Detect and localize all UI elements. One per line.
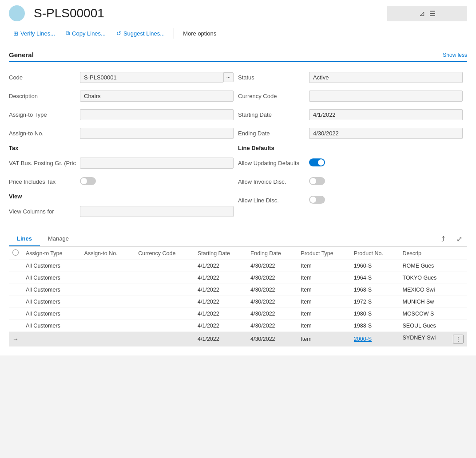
row-assign-to-no <box>81 284 135 296</box>
row-assign-to-type: All Customers <box>22 320 81 332</box>
status-input[interactable] <box>309 72 463 83</box>
verify-lines-button[interactable]: ⊞ Verify Lines... <box>9 28 60 39</box>
top-right-panel: ⊿ ☰ <box>387 6 467 21</box>
general-left-col: Code ··· Description Assign-to Type A <box>9 70 238 223</box>
view-columns-input[interactable] <box>80 206 234 217</box>
row-starting-date: 4/1/2022 <box>194 284 247 296</box>
assign-to-type-label: Assign-to Type <box>9 111 80 118</box>
more-options-button[interactable]: More options <box>178 28 221 39</box>
action-row-ending-date: 4/30/2022 <box>247 332 297 347</box>
row-currency-code <box>135 296 194 308</box>
code-ellipsis-button[interactable]: ··· <box>223 72 234 82</box>
list-icon[interactable]: ☰ <box>429 9 436 18</box>
show-less-button[interactable]: Show less <box>443 52 467 58</box>
code-input[interactable] <box>80 72 223 83</box>
row-assign-to-no <box>81 296 135 308</box>
description-row: Description <box>9 89 234 103</box>
action-row-assign-to-type <box>22 332 81 347</box>
page-title: S-PLS00001 <box>34 6 387 20</box>
general-form: Code ··· Description Assign-to Type A <box>9 70 467 223</box>
price-includes-tax-track <box>80 177 96 185</box>
row-ending-date: 4/30/2022 <box>247 284 297 296</box>
price-includes-tax-toggle-group <box>80 177 234 186</box>
kebab-button[interactable]: ⋮ <box>453 335 464 344</box>
verify-lines-label: Verify Lines... <box>20 30 55 37</box>
lines-table: Assign-to Type Assign-to No. Currency Co… <box>9 247 467 347</box>
starting-date-input[interactable] <box>309 109 463 120</box>
tab-manage[interactable]: Manage <box>40 232 77 246</box>
allow-invoice-disc-row: Allow Invoice Disc. <box>238 174 463 189</box>
action-row-starting-date: 4/1/2022 <box>194 332 247 347</box>
row-ending-date: 4/30/2022 <box>247 320 297 332</box>
row-product-no: 1980-S <box>350 308 399 320</box>
allow-invoice-disc-track <box>309 177 325 185</box>
top-bar: S-PLS00001 ⊿ ☰ <box>0 0 476 25</box>
allow-invoice-disc-thumb <box>310 178 316 184</box>
row-assign-to-no <box>81 260 135 272</box>
tab-lines[interactable]: Lines <box>9 232 40 246</box>
table-row: All Customers 4/1/2022 4/30/2022 Item 19… <box>9 260 467 272</box>
allow-line-disc-toggle[interactable] <box>309 196 325 204</box>
product-no-link[interactable]: 2000-S <box>354 336 372 342</box>
allow-invoice-disc-toggle[interactable] <box>309 177 325 185</box>
row-product-type: Item <box>297 272 350 284</box>
copy-lines-button[interactable]: ⧉ Copy Lines... <box>61 28 110 39</box>
row-selector-cell <box>9 272 22 284</box>
vat-row: VAT Bus. Posting Gr. (Pric <box>9 156 234 170</box>
verify-lines-icon: ⊞ <box>13 30 18 37</box>
assign-to-no-label: Assign-to No. <box>9 130 80 137</box>
row-assign-to-type: All Customers <box>22 308 81 320</box>
ending-date-input[interactable] <box>309 128 463 139</box>
suggest-lines-button[interactable]: ↺ Suggest Lines... <box>112 28 169 39</box>
starting-date-field-group <box>309 109 463 120</box>
allow-updating-defaults-thumb <box>318 159 324 166</box>
row-currency-code <box>135 308 194 320</box>
row-product-type: Item <box>297 296 350 308</box>
avatar <box>9 5 25 21</box>
row-assign-to-type: All Customers <box>22 296 81 308</box>
row-currency-code <box>135 272 194 284</box>
allow-updating-defaults-toggle[interactable] <box>309 158 325 166</box>
starting-date-label: Starting Date <box>238 111 309 118</box>
row-selector-cell <box>9 320 22 332</box>
share-icon[interactable]: ⤴ <box>437 233 449 245</box>
row-starting-date: 4/1/2022 <box>194 308 247 320</box>
vat-label: VAT Bus. Posting Gr. (Pric <box>9 160 80 166</box>
description-input[interactable] <box>80 91 234 102</box>
assign-to-type-input[interactable] <box>80 109 234 120</box>
expand-icon[interactable]: ⤢ <box>453 233 465 245</box>
row-description: SEOUL Gues <box>399 320 467 332</box>
status-row: Status <box>238 70 463 84</box>
currency-code-input[interactable] <box>309 91 463 102</box>
assign-to-no-field-group <box>80 128 234 139</box>
filter-icon[interactable]: ⊿ <box>419 9 425 18</box>
header-radio <box>12 249 19 256</box>
vat-input[interactable] <box>80 158 234 169</box>
suggest-lines-icon: ↺ <box>116 30 121 37</box>
lines-table-header: Assign-to Type Assign-to No. Currency Co… <box>9 247 467 260</box>
table-row: → 4/1/2022 4/30/2022 Item 2000-S SYDNEY … <box>9 332 467 347</box>
status-label: Status <box>238 74 309 81</box>
table-row: All Customers 4/1/2022 4/30/2022 Item 19… <box>9 320 467 332</box>
general-section-header: General Show less <box>9 51 467 62</box>
row-product-type: Item <box>297 308 350 320</box>
allow-updating-defaults-label: Allow Updating Defaults <box>238 160 309 166</box>
assign-to-no-input[interactable] <box>80 128 234 139</box>
price-includes-tax-toggle[interactable] <box>80 177 96 185</box>
col-description: Descrip <box>399 247 467 260</box>
assign-to-no-row: Assign-to No. <box>9 126 234 140</box>
row-product-no: 1964-S <box>350 272 399 284</box>
row-ending-date: 4/30/2022 <box>247 308 297 320</box>
allow-updating-defaults-track <box>309 158 325 166</box>
allow-line-disc-thumb <box>310 197 316 203</box>
description-label: Description <box>9 93 80 99</box>
row-product-no: 1960-S <box>350 260 399 272</box>
row-description: ROME Gues <box>399 260 467 272</box>
allow-line-disc-track <box>309 196 325 204</box>
lines-tabs: Lines Manage ⤴ ⤢ <box>9 232 467 247</box>
row-selector-cell <box>9 308 22 320</box>
allow-line-disc-label: Allow Line Disc. <box>238 197 309 204</box>
description-field-group <box>80 91 234 102</box>
action-row-product-no: 2000-S <box>350 332 399 347</box>
code-label: Code <box>9 74 80 81</box>
